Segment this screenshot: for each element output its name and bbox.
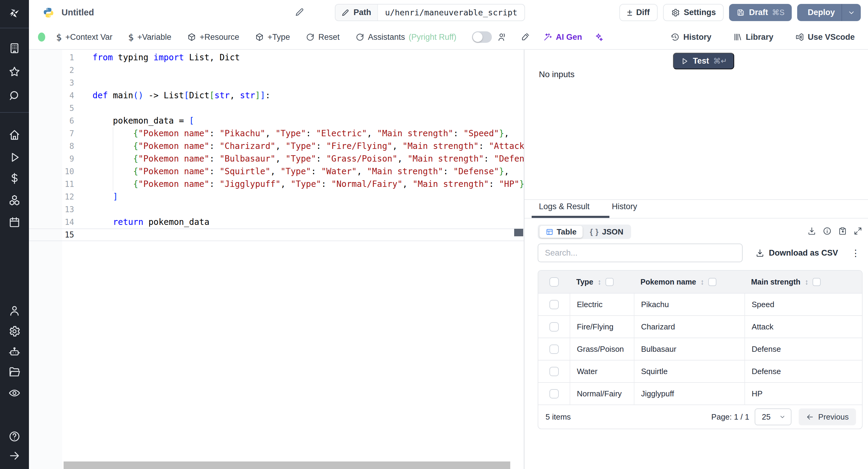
- page-size-select[interactable]: 25: [755, 408, 792, 425]
- sidebar-item-settings[interactable]: [0, 322, 29, 340]
- column-filter-checkbox[interactable]: [812, 278, 821, 286]
- ai-gen-button[interactable]: AI Gen: [543, 33, 582, 42]
- line-number: 13: [29, 203, 74, 216]
- sort-icon[interactable]: ↕: [598, 278, 601, 286]
- add-variable-button[interactable]: $ +Variable: [128, 32, 172, 42]
- download-csv-button[interactable]: Download as CSV: [755, 248, 838, 258]
- settings-button[interactable]: Settings: [663, 4, 724, 21]
- row-select-cell: [538, 338, 569, 360]
- sidebar-item-audit-logs[interactable]: [0, 384, 29, 402]
- table-menu-button[interactable]: ⋮: [849, 248, 863, 258]
- table-row: ElectricPikachuSpeed: [538, 293, 862, 315]
- code-line-12: 12 ]: [29, 190, 524, 203]
- table-cell: Pikachu: [634, 293, 744, 315]
- diff-button[interactable]: ± Diff: [619, 4, 658, 21]
- expand-icon[interactable]: [853, 226, 863, 236]
- assistants-button[interactable]: Assistants (Pyright Ruff): [355, 33, 457, 42]
- reset-button[interactable]: Reset: [306, 33, 340, 42]
- ai-sparkles-button[interactable]: [594, 32, 604, 42]
- column-filter-checkbox[interactable]: [708, 278, 716, 286]
- horizontal-scrollbar[interactable]: [64, 462, 510, 469]
- sidebar-item-workspace[interactable]: [0, 39, 29, 57]
- panel-splitter[interactable]: [524, 50, 524, 469]
- calendar-icon: [8, 216, 21, 228]
- user-icon: [8, 305, 21, 317]
- code-line-11: 11 {"Pokemon name": "Jigglypuff", "Type"…: [29, 178, 524, 190]
- column-filter-checkbox[interactable]: [606, 278, 614, 286]
- info-icon[interactable]: [823, 226, 832, 236]
- sidebar-item-help[interactable]: [0, 428, 29, 445]
- multiplayer-toggle[interactable]: [472, 31, 492, 43]
- sidebar-item-workers[interactable]: [0, 343, 29, 361]
- sidebar-item-expand[interactable]: [0, 447, 29, 465]
- line-number: 6: [29, 115, 74, 127]
- code-text: [74, 102, 93, 115]
- view-json-button[interactable]: { } JSON: [584, 226, 629, 238]
- download-icon[interactable]: [807, 226, 816, 236]
- app-sidebar: [0, 0, 29, 469]
- assistants-label: Assistants: [368, 33, 405, 42]
- sidebar-item-users[interactable]: [0, 302, 29, 320]
- select-all-checkbox[interactable]: [550, 277, 559, 287]
- table-cell: Defense: [744, 338, 862, 360]
- format-code-button[interactable]: [520, 32, 530, 42]
- assistants-status: (Pyright Ruff): [409, 33, 457, 42]
- chevron-down-icon: [779, 413, 786, 420]
- draft-button[interactable]: Draft ⌘S: [729, 4, 792, 21]
- dollar-icon: $: [56, 32, 62, 42]
- multiplayer-icon: [497, 32, 507, 42]
- library-button[interactable]: Library: [733, 33, 773, 42]
- code-editor[interactable]: 1from typing import List, Dict234def mai…: [29, 50, 524, 469]
- code-text: [74, 203, 93, 216]
- add-context-var-button[interactable]: $ +Context Var: [56, 32, 113, 42]
- column-label: Main strength: [751, 278, 801, 286]
- history-button[interactable]: History: [671, 33, 711, 42]
- copy-icon[interactable]: [838, 226, 847, 236]
- row-checkbox[interactable]: [550, 345, 559, 354]
- code-text: from typing import List, Dict: [74, 51, 240, 64]
- tab-history[interactable]: History: [612, 202, 637, 217]
- deploy-more-button[interactable]: [841, 4, 861, 21]
- indent-guide: [113, 127, 113, 191]
- row-select-cell: [538, 316, 569, 338]
- sidebar-item-folders[interactable]: [0, 363, 29, 381]
- table-controls: Download as CSV ⋮: [538, 244, 863, 262]
- search-input[interactable]: [538, 244, 743, 262]
- deploy-split-button: Deploy: [797, 4, 861, 21]
- code-line-9: 9 {"Pokemon name": "Bulbasaur", "Type": …: [29, 153, 524, 165]
- sidebar-item-search[interactable]: [0, 87, 29, 105]
- panel-divider: [524, 199, 868, 200]
- add-type-button[interactable]: +Type: [255, 33, 290, 42]
- sidebar-item-variables[interactable]: [0, 169, 29, 187]
- search-icon: [8, 90, 21, 102]
- code-line-14: 14 return pokemon_data: [29, 216, 524, 228]
- multiplayer-button[interactable]: [497, 32, 507, 42]
- row-checkbox[interactable]: [550, 322, 559, 332]
- tab-logs-result[interactable]: Logs & Result: [539, 202, 590, 217]
- deploy-button[interactable]: Deploy: [797, 4, 841, 21]
- row-checkbox[interactable]: [550, 389, 559, 399]
- row-checkbox[interactable]: [550, 367, 559, 376]
- pencil-icon: [341, 8, 350, 17]
- sidebar-item-home[interactable]: [0, 126, 29, 144]
- table-cell: Squirtle: [634, 361, 744, 382]
- path-button[interactable]: Path u/henri/maneuverable_script: [335, 4, 525, 21]
- test-button[interactable]: Test ⌘↵: [673, 53, 734, 69]
- add-resource-button[interactable]: +Resource: [187, 33, 239, 42]
- previous-page-button[interactable]: Previous: [799, 408, 856, 425]
- sidebar-item-runs[interactable]: [0, 148, 29, 166]
- add-resource-label: +Resource: [200, 33, 239, 42]
- sort-icon[interactable]: ↕: [805, 278, 809, 286]
- table-cell: Normal/Fairy: [569, 383, 634, 405]
- use-vscode-button[interactable]: Use VScode: [795, 33, 855, 42]
- sidebar-item-resources[interactable]: [0, 191, 29, 210]
- table-cell: Speed: [744, 293, 862, 315]
- row-checkbox[interactable]: [550, 300, 559, 309]
- sidebar-item-favorites[interactable]: [0, 63, 29, 81]
- edit-summary-button[interactable]: [294, 7, 305, 18]
- editor-cursor-overview-marker: [514, 229, 523, 236]
- sort-icon[interactable]: ↕: [701, 278, 704, 286]
- windmill-logo[interactable]: [0, 4, 29, 22]
- view-table-button[interactable]: Table: [539, 226, 583, 238]
- sidebar-item-schedules[interactable]: [0, 213, 29, 231]
